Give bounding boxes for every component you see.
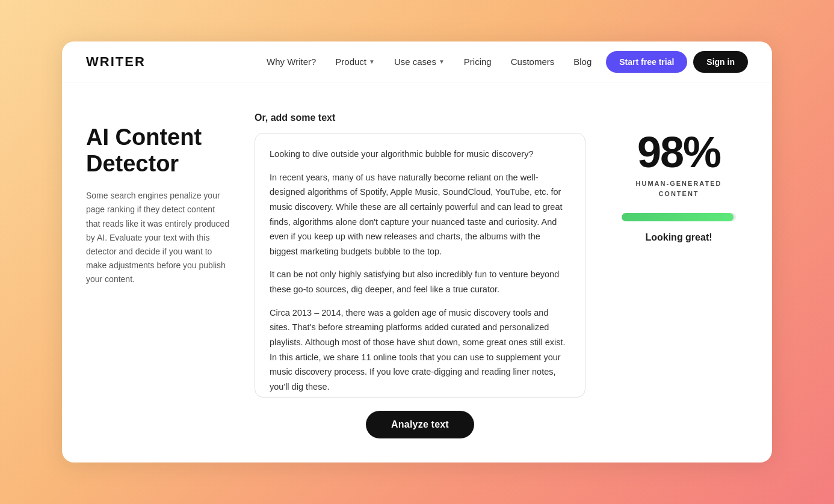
nav-customers[interactable]: Customers [511, 57, 555, 67]
content-area: AI Content Detector Some search engines … [62, 82, 772, 463]
navbar: WRITER Why Writer? Product ▼ Use cases ▼… [62, 41, 772, 82]
text-input-area[interactable]: Looking to dive outside your algorithmic… [255, 133, 585, 398]
nav-links: Why Writer? Product ▼ Use cases ▼ Pricin… [267, 57, 592, 67]
use-cases-chevron-icon: ▼ [439, 58, 445, 65]
nav-why-writer[interactable]: Why Writer? [267, 57, 316, 67]
page-title: AI Content Detector [86, 124, 230, 177]
progress-bar-background [622, 213, 736, 221]
center-panel: Or, add some text Looking to dive outsid… [255, 112, 585, 438]
or-add-text-label: Or, add some text [255, 112, 585, 123]
progress-bar-fill [622, 213, 734, 221]
nav-product[interactable]: Product ▼ [335, 57, 375, 67]
main-card: WRITER Why Writer? Product ▼ Use cases ▼… [62, 41, 772, 463]
percentage-display: 98% [637, 131, 720, 174]
status-label: Looking great! [645, 232, 712, 243]
logo: WRITER [86, 54, 146, 70]
product-chevron-icon: ▼ [369, 58, 375, 65]
nav-blog[interactable]: Blog [573, 57, 592, 67]
right-panel: 98% HUMAN-GENERATEDCONTENT Looking great… [610, 112, 748, 243]
start-free-trial-button[interactable]: Start free trial [606, 51, 687, 73]
page-description: Some search engines penalize your page r… [86, 189, 230, 286]
percentage-label: HUMAN-GENERATEDCONTENT [636, 179, 722, 198]
nav-use-cases[interactable]: Use cases ▼ [394, 57, 445, 67]
analyze-btn-wrap: Analyze text [255, 411, 585, 438]
sign-in-button[interactable]: Sign in [693, 51, 748, 73]
analyze-text-button[interactable]: Analyze text [366, 411, 474, 438]
nav-pricing[interactable]: Pricing [464, 57, 492, 67]
left-panel: AI Content Detector Some search engines … [86, 112, 230, 286]
